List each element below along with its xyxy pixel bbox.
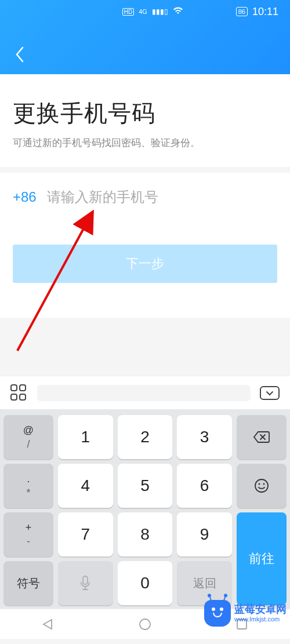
network-icon: 4G [139, 8, 147, 15]
backspace-icon [253, 431, 270, 443]
key-5[interactable]: 5 [118, 464, 173, 508]
status-bar: HD 4G ▮▮▮▯ 86 10:11 [0, 0, 290, 23]
status-icons: HD 4G ▮▮▮▯ [122, 7, 183, 17]
backspace-key[interactable] [237, 415, 287, 459]
voice-input-key[interactable] [58, 561, 113, 605]
watermark-logo [204, 600, 231, 627]
symbol-key-at-slash[interactable]: @/ [3, 415, 53, 459]
key-9[interactable]: 9 [177, 512, 232, 556]
key-6[interactable]: 6 [177, 464, 232, 508]
key-8[interactable]: 8 [118, 512, 173, 556]
spacer [0, 318, 290, 376]
back-button[interactable] [9, 44, 30, 65]
symbol-mode-key[interactable]: 符号 [3, 561, 53, 605]
watermark-name: 蓝莓安卓网 [234, 604, 287, 616]
emoji-key[interactable] [237, 464, 287, 508]
ime-collapse-button[interactable] [260, 386, 280, 400]
chevron-left-icon [15, 46, 24, 63]
key-7[interactable]: 7 [58, 512, 113, 556]
svg-point-2 [255, 479, 268, 492]
wifi-icon [173, 7, 183, 17]
battery-icon: 86 [236, 7, 248, 16]
key-3[interactable]: 3 [177, 415, 232, 459]
numeric-keyboard: @/ .* +- 符号 1 4 7 2 5 8 0 3 6 9 返回 [0, 409, 290, 609]
smile-icon [254, 478, 269, 493]
symbol-key-dot-star[interactable]: .* [3, 464, 53, 508]
signal-icon: ▮▮▮▯ [152, 8, 168, 16]
symbol-key-plus-minus[interactable]: +- [3, 512, 53, 556]
key-4[interactable]: 4 [58, 464, 113, 508]
chevron-down-icon [266, 390, 274, 396]
svg-rect-1 [83, 576, 88, 584]
go-key[interactable]: 前往 [237, 512, 287, 605]
microphone-icon [79, 575, 92, 591]
country-code[interactable]: +86 [13, 189, 37, 205]
svg-point-5 [140, 619, 150, 630]
key-1[interactable]: 1 [58, 415, 113, 459]
status-time: 10:11 [252, 6, 278, 18]
phone-input[interactable]: 请输入新的手机号 [47, 188, 158, 206]
watermark: 蓝莓安卓网 www.lmkjst.com [204, 600, 287, 627]
next-button[interactable]: 下一步 [13, 245, 277, 283]
hd-icon: HD [122, 8, 134, 16]
app-header: HD 4G ▮▮▮▯ 86 10:11 [0, 0, 290, 74]
svg-point-3 [259, 483, 260, 485]
key-2[interactable]: 2 [118, 415, 173, 459]
nav-home-icon[interactable] [139, 618, 151, 631]
svg-point-4 [263, 483, 265, 485]
phone-section: +86 请输入新的手机号 下一步 [0, 173, 290, 318]
watermark-url: www.lmkjst.com [234, 616, 287, 623]
page-content: 更换手机号码 可通过新的手机号码找回密码、验证身份。 [0, 74, 290, 167]
nav-back-icon[interactable] [42, 618, 55, 631]
page-subtitle: 可通过新的手机号码找回密码、验证身份。 [13, 136, 277, 150]
key-0[interactable]: 0 [118, 561, 173, 605]
ime-menu-icon[interactable] [10, 384, 28, 402]
ime-candidate-bar[interactable] [37, 385, 251, 401]
ime-toolbar [0, 376, 290, 409]
page-title: 更换手机号码 [13, 97, 277, 129]
